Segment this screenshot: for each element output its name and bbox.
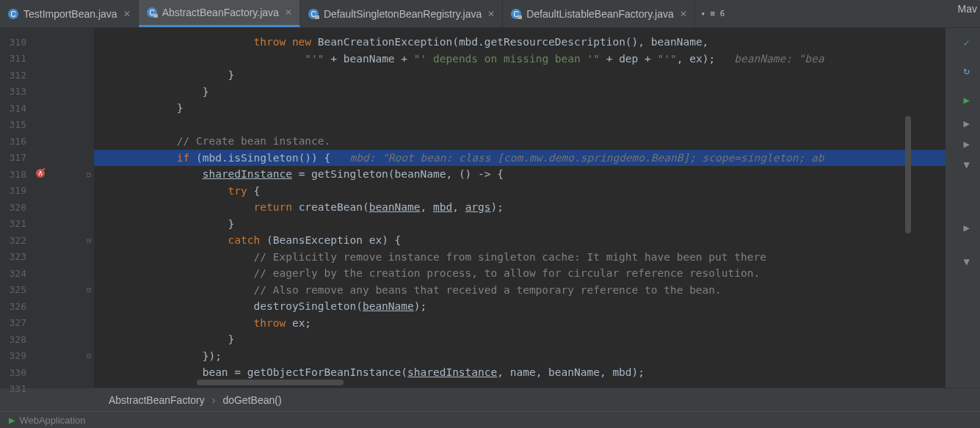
tab-defaultsingletonbeanregistry[interactable]: C DefaultSingletonBeanRegistry.java ✕ bbox=[300, 0, 503, 27]
gutter-line[interactable]: 326 bbox=[0, 298, 94, 315]
code-line[interactable]: "'" + beanName + "' depends on missing b… bbox=[94, 51, 945, 68]
gutter-line[interactable]: 317 bbox=[0, 150, 94, 167]
code-line[interactable]: } bbox=[94, 331, 945, 348]
gutter-line[interactable]: 330 bbox=[0, 364, 94, 381]
gutter[interactable]: 310311312313314315316317318⊟319320321322… bbox=[0, 28, 94, 388]
code-line[interactable] bbox=[94, 117, 945, 134]
code-editor[interactable]: throw new BeanCreationException(mbd.getR… bbox=[94, 28, 945, 388]
tab-overflow-button[interactable]: ▾ ≡ 6 bbox=[695, 0, 731, 27]
gutter-line[interactable]: 323 bbox=[0, 249, 94, 266]
java-class-lock-icon: C bbox=[510, 8, 522, 20]
gutter-line[interactable]: 328 bbox=[0, 331, 94, 348]
line-number: 327 bbox=[0, 317, 26, 328]
breakpoint-icon[interactable] bbox=[35, 168, 46, 181]
line-number: 321 bbox=[0, 218, 26, 229]
code-line[interactable]: return createBean(beanName, mbd, args); bbox=[94, 199, 945, 216]
code-line[interactable]: }); bbox=[94, 348, 945, 365]
code-line[interactable]: catch (BeansException ex) { bbox=[94, 232, 945, 249]
code-line[interactable]: } bbox=[94, 216, 945, 233]
line-number: 322 bbox=[0, 235, 26, 246]
right-toolwindow-label[interactable]: Mav bbox=[958, 3, 977, 15]
gutter-line[interactable]: 319 bbox=[0, 183, 94, 200]
tab-abstractbeanfactory[interactable]: C AbstractBeanFactory.java ✕ bbox=[139, 0, 300, 27]
tab-label: DefaultSingletonBeanRegistry.java bbox=[324, 8, 482, 20]
tab-defaultlistablebeanfactory[interactable]: C DefaultListableBeanFactory.java ✕ bbox=[503, 0, 695, 27]
line-number: 323 bbox=[0, 251, 26, 262]
gutter-line[interactable]: 310 bbox=[0, 34, 94, 51]
scrollbar-vertical[interactable] bbox=[905, 116, 911, 233]
breadcrumb[interactable]: AbstractBeanFactory › doGetBean() bbox=[0, 388, 980, 411]
run-icon[interactable]: ▶ bbox=[964, 94, 970, 106]
scrollbar-thumb[interactable] bbox=[197, 380, 344, 385]
svg-rect-10 bbox=[518, 15, 522, 19]
gutter-line[interactable]: 329⊟ bbox=[0, 348, 94, 365]
close-icon[interactable]: ✕ bbox=[123, 9, 131, 19]
gutter-line[interactable]: 316 bbox=[0, 133, 94, 150]
code-line[interactable]: destroySingleton(beanName); bbox=[94, 298, 945, 315]
gutter-line[interactable]: 324 bbox=[0, 265, 94, 282]
run-config-label[interactable]: WebApplication bbox=[19, 415, 85, 426]
gutter-line[interactable]: 331 bbox=[0, 381, 94, 398]
line-number: 328 bbox=[0, 334, 26, 345]
chevron-down-icon[interactable]: ▼ bbox=[964, 255, 970, 267]
tab-overflow-count: ≡ 6 bbox=[710, 9, 725, 18]
breadcrumb-method[interactable]: doGetBean() bbox=[222, 394, 281, 406]
line-number: 313 bbox=[0, 86, 26, 97]
line-number: 326 bbox=[0, 301, 26, 312]
fold-icon[interactable]: ⊟ bbox=[87, 170, 91, 178]
run-icon[interactable]: ▶ bbox=[964, 138, 970, 150]
java-class-icon: C bbox=[7, 8, 19, 20]
gutter-line[interactable]: 321 bbox=[0, 216, 94, 233]
code-line[interactable]: } bbox=[94, 84, 945, 101]
close-icon[interactable]: ✕ bbox=[487, 9, 495, 19]
gutter-line[interactable]: 327 bbox=[0, 315, 94, 332]
code-line[interactable]: throw ex; bbox=[94, 315, 945, 332]
svg-text:C: C bbox=[10, 10, 15, 18]
gutter-line[interactable]: 320 bbox=[0, 199, 94, 216]
line-number: 325 bbox=[0, 284, 26, 295]
gutter-line[interactable]: 313 bbox=[0, 84, 94, 101]
code-line[interactable]: } bbox=[94, 67, 945, 84]
gutter-line[interactable]: 312 bbox=[0, 67, 94, 84]
breadcrumb-separator: › bbox=[212, 394, 216, 406]
gutter-line[interactable]: 322⊟ bbox=[0, 232, 94, 249]
line-number: 314 bbox=[0, 103, 26, 114]
code-line[interactable]: throw new BeanCreationException(mbd.getR… bbox=[94, 34, 945, 51]
svg-rect-4 bbox=[153, 14, 158, 18]
line-number: 311 bbox=[0, 53, 26, 64]
code-line[interactable]: } bbox=[94, 100, 945, 117]
gutter-line[interactable]: 318⊟ bbox=[0, 166, 94, 183]
gutter-line[interactable]: 315 bbox=[0, 117, 94, 134]
code-line[interactable]: // Create bean instance. bbox=[94, 133, 945, 150]
gutter-line[interactable]: 311 bbox=[0, 51, 94, 68]
code-line[interactable]: // Also remove any beans that received a… bbox=[94, 282, 945, 299]
fold-icon[interactable]: ⊟ bbox=[87, 286, 91, 294]
chevron-down-icon[interactable]: ▼ bbox=[964, 159, 970, 170]
editor-tabs: C TestImportBean.java ✕ C AbstractBeanFa… bbox=[0, 0, 980, 28]
close-icon[interactable]: ✕ bbox=[285, 7, 292, 18]
run-icon[interactable]: ▶ bbox=[964, 222, 970, 233]
code-line[interactable]: // eagerly by the creation process, to a… bbox=[94, 265, 945, 282]
line-number: 315 bbox=[0, 119, 26, 130]
java-class-lock-icon: C bbox=[146, 7, 158, 18]
gutter-line[interactable]: 314 bbox=[0, 100, 94, 117]
code-line[interactable]: sharedInstance = getSingleton(beanName, … bbox=[94, 166, 945, 183]
line-number: 318 bbox=[0, 169, 26, 180]
breadcrumb-class[interactable]: AbstractBeanFactory bbox=[109, 394, 205, 406]
line-number: 331 bbox=[0, 383, 26, 394]
tab-testimportbean[interactable]: C TestImportBean.java ✕ bbox=[0, 0, 139, 27]
code-line[interactable]: // Explicitly remove instance from singl… bbox=[94, 249, 945, 266]
fold-icon[interactable]: ⊟ bbox=[87, 236, 91, 244]
tab-label: DefaultListableBeanFactory.java bbox=[526, 8, 674, 20]
close-icon[interactable]: ✕ bbox=[680, 9, 687, 19]
run-icon[interactable]: ▶ bbox=[964, 117, 970, 129]
right-gutter[interactable]: ✓ ↻ ▶ ▶ ▶ ▼ ▶ ▼ bbox=[945, 28, 980, 388]
line-number: 330 bbox=[0, 367, 26, 378]
scrollbar-horizontal[interactable] bbox=[197, 377, 911, 388]
code-line[interactable]: if (mbd.isSingleton()) { mbd: "Root bean… bbox=[94, 150, 945, 167]
fold-icon[interactable]: ⊟ bbox=[87, 352, 91, 360]
line-number: 317 bbox=[0, 152, 26, 163]
refresh-icon[interactable]: ↻ bbox=[964, 65, 970, 76]
code-line[interactable]: try { bbox=[94, 183, 945, 200]
gutter-line[interactable]: 325⊟ bbox=[0, 282, 94, 299]
